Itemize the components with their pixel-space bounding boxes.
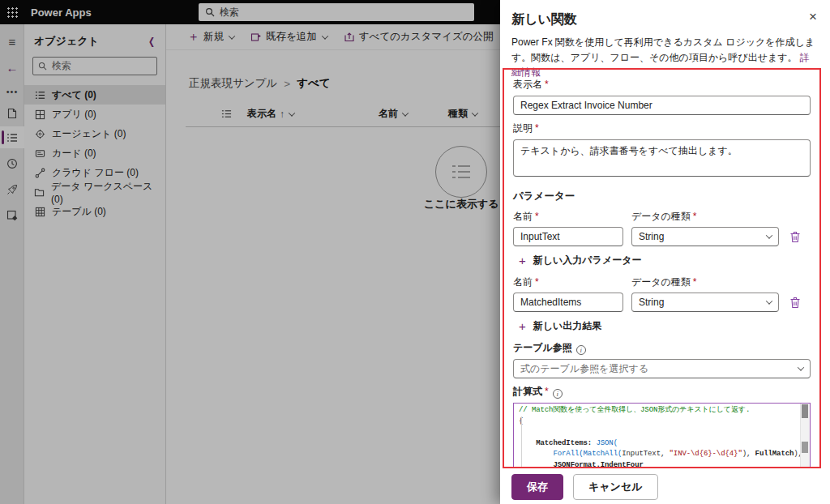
parameters-section-title: パラメーター: [513, 190, 811, 203]
new-output-result-label: 新しい出力結果: [533, 319, 602, 333]
label-text: 説明: [513, 122, 533, 134]
formula-editor[interactable]: // Match関数を使って全件取得し、JSON形式のテキストにして返す.{ M…: [513, 403, 811, 468]
param-type-label: データの種類*: [631, 210, 779, 224]
indent-guide: [521, 416, 522, 468]
display-name-input[interactable]: [513, 96, 811, 115]
table-reference-dropdown[interactable]: 式のテーブル参照を選択する: [513, 359, 811, 378]
dropdown-value: String: [639, 231, 664, 242]
trash-icon: [789, 231, 801, 243]
save-button[interactable]: 保存: [511, 474, 563, 500]
param-type-label: データの種類*: [631, 275, 779, 289]
editor-scrollbar[interactable]: [800, 404, 810, 468]
dialog-description-text: Power Fx 関数を使用して再利用できるカスタム ロジックを作成します。関数…: [511, 36, 815, 63]
description-label: 説明*: [513, 122, 811, 135]
chevron-down-icon: [766, 297, 772, 304]
display-name-label: 表示名*: [513, 78, 811, 92]
new-input-parameter-button[interactable]: + 新しい入力パラメーター: [519, 254, 811, 267]
label-text: データの種類: [631, 276, 691, 288]
output-param-name-input[interactable]: [513, 293, 623, 312]
input-param-name-input[interactable]: [513, 227, 623, 246]
delete-input-param-button[interactable]: [787, 231, 803, 243]
dropdown-value: String: [639, 297, 664, 308]
annotation-highlight-box: 表示名* 説明* テキストから、請求書番号をすべて抽出します。 パラメーター 名…: [503, 68, 821, 468]
chevron-down-icon: [766, 232, 772, 238]
description-textarea[interactable]: テキストから、請求書番号をすべて抽出します。: [513, 139, 811, 177]
required-mark: *: [693, 211, 697, 222]
formula-label: 計算式*i: [513, 385, 811, 399]
dropdown-placeholder: 式のテーブル参照を選択する: [520, 362, 648, 376]
new-output-result-button[interactable]: + 新しい出力結果: [519, 319, 811, 333]
required-mark: *: [535, 211, 539, 222]
label-text: 名前: [513, 276, 533, 288]
required-mark: *: [693, 276, 697, 288]
label-text: データの種類: [631, 211, 691, 222]
input-param-type-dropdown[interactable]: String: [631, 227, 779, 246]
formula-code: // Match関数を使って全件取得し、JSON形式のテキストにして返す.{ M…: [519, 405, 798, 468]
required-mark: *: [535, 122, 539, 134]
new-input-parameter-label: 新しい入力パラメーター: [533, 254, 642, 267]
info-icon: i: [576, 345, 586, 355]
label-text: 名前: [513, 211, 533, 222]
new-function-dialog: 新しい関数 × Power Fx 関数を使用して再利用できるカスタム ロジックを…: [500, 0, 830, 504]
dialog-close-button[interactable]: ×: [809, 10, 817, 23]
delete-output-param-button[interactable]: [787, 297, 803, 309]
output-param-type-dropdown[interactable]: String: [631, 293, 779, 312]
scrollbar-mark: [802, 442, 808, 453]
param-name-label: 名前*: [513, 275, 623, 289]
info-icon: i: [553, 389, 563, 399]
required-mark: *: [545, 79, 549, 90]
trash-icon: [789, 297, 801, 309]
table-reference-label: テーブル参照i: [513, 341, 811, 355]
close-icon: ×: [809, 9, 817, 24]
add-icon: +: [519, 320, 526, 332]
add-icon: +: [519, 254, 526, 267]
required-mark: *: [535, 276, 539, 288]
required-mark: *: [545, 386, 549, 397]
cancel-button[interactable]: キャンセル: [573, 474, 658, 500]
scrollbar-thumb[interactable]: [802, 404, 808, 418]
chevron-down-icon: [798, 364, 804, 370]
label-text: 表示名: [513, 79, 542, 90]
label-text: テーブル参照: [513, 342, 572, 353]
modal-overlay: [0, 0, 500, 504]
label-text: 計算式: [513, 386, 542, 397]
dialog-title: 新しい関数: [511, 11, 819, 28]
param-name-label: 名前*: [513, 210, 623, 224]
